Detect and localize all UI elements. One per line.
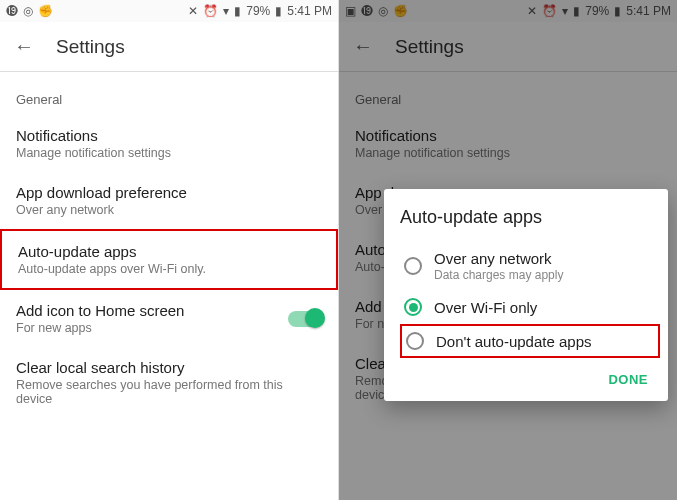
app-badge-icon: ⓳ [6, 4, 18, 18]
radio-dont-update[interactable]: Don't auto-update apps [400, 324, 660, 358]
row-sub: Remove searches you have performed from … [16, 378, 322, 406]
row-title: App download preference [16, 184, 322, 201]
row-sub: Manage notification settings [16, 146, 322, 160]
row-sub: Auto-update apps over Wi-Fi only. [18, 262, 320, 276]
page-title: Settings [56, 36, 125, 58]
radio-icon [404, 298, 422, 316]
left-screenshot: ⓳ ◎ ✊ ✕ ⏰ ▾ ▮ 79% ▮ 5:41 PM ← Settings G… [0, 0, 338, 500]
radio-wifi-only[interactable]: Over Wi-Fi only [400, 290, 660, 324]
section-header: General [0, 72, 338, 115]
hand-icon: ✊ [38, 4, 53, 18]
battery-pct: 79% [246, 4, 270, 18]
toggle-add-icon[interactable] [288, 311, 322, 327]
row-auto-update[interactable]: Auto-update apps Auto-update apps over W… [0, 229, 338, 290]
row-clear-history[interactable]: Clear local search history Remove search… [0, 347, 338, 418]
done-button[interactable]: DONE [596, 366, 660, 393]
signal-icon: ▮ [234, 4, 241, 18]
battery-icon: ▮ [275, 4, 282, 18]
mute-icon: ✕ [188, 4, 198, 18]
radio-label: Over any network [434, 250, 563, 267]
row-sub: For new apps [16, 321, 278, 335]
row-add-icon[interactable]: Add icon to Home screen For new apps [0, 290, 338, 347]
clock-time: 5:41 PM [287, 4, 332, 18]
alarm-icon: ⏰ [203, 4, 218, 18]
status-bar: ⓳ ◎ ✊ ✕ ⏰ ▾ ▮ 79% ▮ 5:41 PM [0, 0, 338, 22]
radio-label: Over Wi-Fi only [434, 299, 537, 316]
auto-update-dialog: Auto-update apps Over any network Data c… [384, 189, 668, 401]
status-left: ⓳ ◎ ✊ [6, 4, 53, 18]
row-notifications[interactable]: Notifications Manage notification settin… [0, 115, 338, 172]
radio-label: Don't auto-update apps [436, 333, 591, 350]
row-title: Add icon to Home screen [16, 302, 278, 319]
row-sub: Over any network [16, 203, 322, 217]
wifi-icon: ▾ [223, 4, 229, 18]
back-arrow-icon[interactable]: ← [14, 35, 34, 58]
radio-sub: Data charges may apply [434, 268, 563, 282]
row-download-pref[interactable]: App download preference Over any network [0, 172, 338, 229]
status-right: ✕ ⏰ ▾ ▮ 79% ▮ 5:41 PM [188, 4, 332, 18]
row-title: Notifications [16, 127, 322, 144]
row-title: Clear local search history [16, 359, 322, 376]
dialog-title: Auto-update apps [400, 207, 660, 228]
right-screenshot: ▣ ⓳ ◎ ✊ ✕ ⏰ ▾ ▮ 79% ▮ 5:41 PM ← Settings… [338, 0, 677, 500]
radio-icon [404, 257, 422, 275]
app-bar: ← Settings [0, 22, 338, 72]
row-title: Auto-update apps [18, 243, 320, 260]
settings-list: General Notifications Manage notificatio… [0, 72, 338, 500]
circle-icon: ◎ [23, 4, 33, 18]
radio-icon [406, 332, 424, 350]
radio-any-network[interactable]: Over any network Data charges may apply [400, 242, 660, 290]
dialog-actions: DONE [400, 358, 660, 393]
